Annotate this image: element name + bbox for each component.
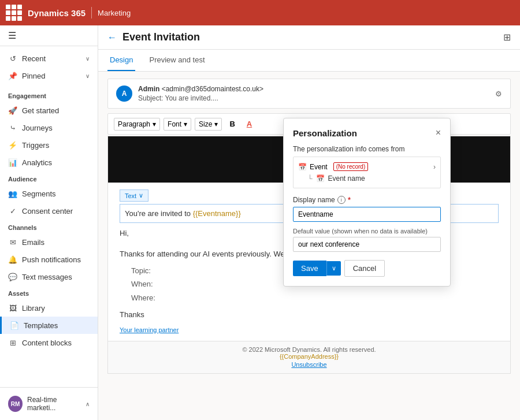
- sidebar-bottom-item[interactable]: RM Real-time marketi... ∧: [6, 392, 92, 415]
- sidebar-item-pinned[interactable]: 📌 Pinned ∨: [0, 67, 98, 84]
- audience-header: Audience: [0, 171, 98, 185]
- back-button[interactable]: ←: [107, 32, 117, 43]
- sidebar-item-analytics[interactable]: 📊 Analytics: [0, 154, 98, 171]
- sidebar-journeys-label: Journeys: [22, 124, 53, 132]
- tree-root-item[interactable]: 📅 Event (No record) ›: [298, 161, 436, 173]
- app-grid-icon[interactable]: [6, 5, 22, 21]
- sidebar-expand-icon: ∧: [86, 401, 90, 407]
- save-dropdown-button[interactable]: ∨: [326, 261, 341, 276]
- consent-icon: ✓: [8, 206, 17, 215]
- email-from: Admin <admin@d365domaintest.co.uk>: [138, 85, 263, 93]
- default-value-label: Default value (shown when no data is ava…: [293, 228, 441, 235]
- info-icon[interactable]: i: [337, 196, 346, 204]
- trigger-icon: ⚡: [8, 140, 17, 150]
- rm-avatar: RM: [8, 396, 23, 412]
- partner-link[interactable]: Your learning partner: [120, 326, 179, 333]
- page-title: Event Invitation: [122, 31, 200, 43]
- sidebar-item-content-blocks[interactable]: ⊞ Content blocks: [0, 334, 98, 351]
- blocks-icon: ⊞: [8, 338, 17, 347]
- display-name-label: Display name i *: [293, 195, 441, 205]
- segments-icon: 👥: [8, 189, 17, 198]
- no-record-badge: (No record): [333, 162, 369, 171]
- recent-icon: ↺: [8, 54, 17, 63]
- sidebar-item-journeys[interactable]: ⤷ Journeys: [0, 119, 98, 136]
- content-header: ← Event Invitation ⊞: [98, 25, 520, 50]
- text-block-chevron: ∨: [139, 192, 143, 199]
- email-footer: © 2022 Microsoft Dynamics. All rights re…: [108, 341, 510, 373]
- invited-prefix: You're are invited to: [125, 209, 193, 218]
- channels-header: Channels: [0, 220, 98, 233]
- engagement-header: Engagement: [0, 88, 98, 102]
- source-label: The personalization info comes from: [293, 145, 441, 153]
- email-icon: ✉: [8, 237, 17, 247]
- unsubscribe-link[interactable]: Unsubscribe: [291, 361, 326, 368]
- library-icon: 🖼: [8, 303, 17, 313]
- sidebar-item-library[interactable]: 🖼 Library: [0, 299, 98, 317]
- sidebar-get-started-label: Get started: [22, 106, 59, 115]
- settings-icon[interactable]: ⚙: [495, 90, 502, 98]
- personalization-modal: Personalization × The personalization in…: [283, 118, 451, 287]
- email-editor-area: A Admin <admin@d365domaintest.co.uk> Sub…: [98, 72, 520, 420]
- email-meta: A Admin <admin@d365domaintest.co.uk> Sub…: [107, 79, 511, 109]
- company-address-tag: {{CompanyAddress}}: [113, 353, 506, 360]
- rocket-icon: 🚀: [8, 106, 17, 115]
- source-tree: 📅 Event (No record) › └ 📅 Event name: [293, 157, 441, 188]
- sidebar-consent-label: Consent center: [22, 207, 73, 215]
- sidebar-item-recent[interactable]: ↺ Recent ∨: [0, 50, 98, 67]
- modal-close-button[interactable]: ×: [436, 128, 441, 138]
- sidebar: ☰ ↺ Recent ∨ 📌 Pinned ∨ Engagement 🚀 Get…: [0, 25, 98, 420]
- tree-expand-icon: ›: [433, 163, 436, 171]
- email-subject: Subject: You are invited....: [138, 94, 263, 102]
- sidebar-item-triggers[interactable]: ⚡ Triggers: [0, 136, 98, 154]
- assets-header: Assets: [0, 285, 98, 299]
- sidebar-text-label: Text messages: [22, 273, 72, 281]
- tab-design[interactable]: Design: [107, 50, 135, 71]
- sidebar-item-text-messages[interactable]: 💬 Text messages: [0, 268, 98, 285]
- topbar-divider: [91, 7, 92, 18]
- sidebar-item-get-started[interactable]: 🚀 Get started: [0, 102, 98, 119]
- hamburger-menu-icon[interactable]: ☰: [6, 28, 18, 43]
- sidebar-bottom-label: Real-time marketi...: [27, 396, 81, 412]
- text-msg-icon: 💬: [8, 272, 17, 281]
- topbar: Dynamics 365 Marketing: [0, 0, 520, 25]
- font-select[interactable]: Font ▾: [164, 118, 191, 131]
- display-name-input[interactable]: [293, 207, 441, 222]
- sidebar-emails-label: Emails: [22, 238, 44, 247]
- avatar: A: [116, 86, 132, 102]
- pin-icon: 📌: [8, 71, 17, 80]
- sidebar-triggers-label: Triggers: [22, 141, 49, 150]
- size-select[interactable]: Size ▾: [195, 118, 222, 131]
- modal-header: Personalization ×: [293, 128, 441, 138]
- tree-child-label: Event name: [328, 174, 365, 183]
- sidebar-item-segments[interactable]: 👥 Segments: [0, 185, 98, 202]
- default-value-input[interactable]: [293, 237, 441, 252]
- modal-title: Personalization: [293, 128, 357, 138]
- bold-button[interactable]: B: [225, 117, 239, 131]
- module-name: Marketing: [98, 9, 131, 17]
- email-sign-off: Thanks: [120, 304, 499, 325]
- content-tabs: Design Preview and test: [98, 50, 520, 72]
- text-block-header[interactable]: Text ∨: [120, 189, 148, 202]
- cancel-button[interactable]: Cancel: [344, 260, 385, 277]
- sidebar-item-emails[interactable]: ✉ Emails: [0, 233, 98, 251]
- sidebar-item-consent-center[interactable]: ✓ Consent center: [0, 202, 98, 220]
- paragraph-select[interactable]: Paragraph ▾: [114, 118, 160, 131]
- save-icon[interactable]: ⊞: [503, 32, 511, 43]
- sidebar-item-templates[interactable]: 📄 Templates: [0, 317, 98, 334]
- required-star: *: [348, 195, 351, 205]
- analytics-icon: 📊: [8, 158, 17, 167]
- sidebar-push-label: Push notifications: [22, 255, 81, 264]
- sidebar-item-push-notifications[interactable]: 🔔 Push notifications: [0, 251, 98, 268]
- sidebar-recent-label: Recent: [22, 54, 46, 63]
- main-content: ← Event Invitation ⊞ Design Preview and …: [98, 25, 520, 420]
- sidebar-content-blocks-label: Content blocks: [22, 339, 72, 347]
- sidebar-segments-label: Segments: [22, 189, 56, 198]
- save-button[interactable]: Save: [293, 261, 326, 276]
- footer-copyright: © 2022 Microsoft Dynamics. All rights re…: [113, 346, 506, 353]
- sidebar-analytics-label: Analytics: [22, 158, 52, 167]
- tree-child-item[interactable]: └ 📅 Event name: [307, 173, 436, 184]
- tab-preview-test[interactable]: Preview and test: [147, 50, 207, 71]
- event-name-icon: 📅: [316, 174, 325, 183]
- pinned-chevron: ∨: [86, 73, 90, 79]
- font-color-button[interactable]: A: [243, 117, 256, 131]
